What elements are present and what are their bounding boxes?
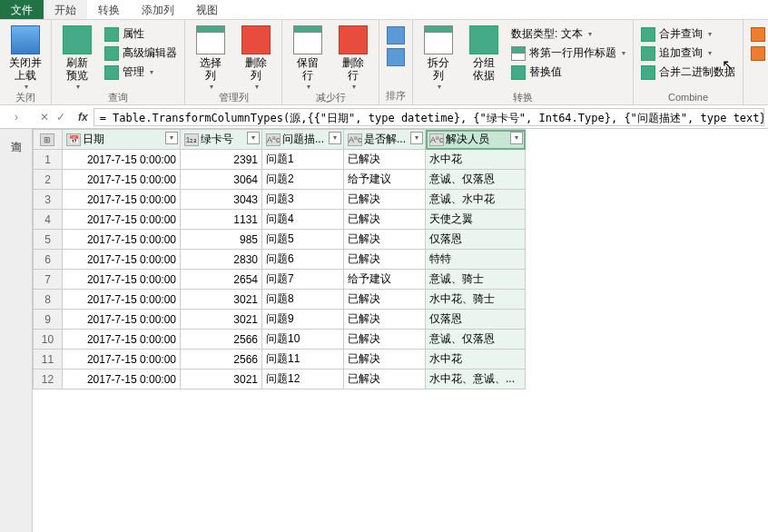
table-row[interactable]: 112017-7-15 0:00:002566问题11已解决水中花 xyxy=(34,350,526,369)
cell-card[interactable]: 985 xyxy=(181,230,262,250)
table-row[interactable]: 122017-7-15 0:00:003021问题12已解决水中花、意诚、... xyxy=(34,369,526,389)
col-filter-solved[interactable]: ▾ xyxy=(410,132,423,144)
col-header-date[interactable]: 📅日期▾ xyxy=(63,130,181,150)
cell-solved[interactable]: 已解决 xyxy=(344,150,426,170)
cell-question[interactable]: 问题12 xyxy=(262,369,344,389)
cell-person[interactable]: 水中花、骑士 xyxy=(426,290,526,310)
cell-person[interactable]: 意诚、水中花 xyxy=(426,190,526,210)
cell-solved[interactable]: 已解决 xyxy=(344,210,426,230)
cell-question[interactable]: 问题6 xyxy=(262,250,344,270)
cell-question[interactable]: 问题10 xyxy=(262,330,344,350)
sort-desc-button[interactable] xyxy=(385,47,407,67)
cell-card[interactable]: 3021 xyxy=(181,310,262,330)
table-row[interactable]: 42017-7-15 0:00:001131问题4已解决天使之翼 xyxy=(34,210,526,230)
cell-person[interactable]: 意诚、骑士 xyxy=(426,270,526,290)
cell-person[interactable]: 意诚、仅落恩 xyxy=(426,330,526,350)
cell-solved[interactable]: 已解决 xyxy=(344,190,426,210)
cell-solved[interactable]: 已解决 xyxy=(344,350,426,369)
cell-person[interactable]: 水中花 xyxy=(426,350,526,369)
cell-date[interactable]: 2017-7-15 0:00:00 xyxy=(63,210,181,230)
col-header-solved[interactable]: Aᴮc是否解...▾ xyxy=(344,130,426,150)
split-col-button[interactable]: 拆分 列 xyxy=(418,25,458,91)
cell-person[interactable]: 水中花 xyxy=(426,150,526,170)
cell-solved[interactable]: 已解决 xyxy=(344,250,426,270)
combine-binary-button[interactable]: 合并二进制数据 xyxy=(639,64,737,81)
cell-card[interactable]: 2830 xyxy=(181,250,262,270)
row-number[interactable]: 6 xyxy=(34,250,63,270)
table-row[interactable]: 12017-7-15 0:00:002391问题1已解决水中花 xyxy=(34,150,526,170)
cell-person[interactable]: 水中花、意诚、... xyxy=(426,369,526,389)
cell-date[interactable]: 2017-7-15 0:00:00 xyxy=(63,310,181,330)
row-number[interactable]: 2 xyxy=(34,170,63,190)
cell-date[interactable]: 2017-7-15 0:00:00 xyxy=(63,230,181,250)
remove-cols-button[interactable]: 删除 列 xyxy=(236,25,276,91)
cell-person[interactable]: 意诚、仅落恩 xyxy=(426,170,526,190)
row-number[interactable]: 7 xyxy=(34,270,63,290)
keep-rows-button[interactable]: 保留 行 xyxy=(288,25,328,91)
tab-view[interactable]: 视图 xyxy=(185,0,229,19)
cell-card[interactable]: 3064 xyxy=(181,170,262,190)
cell-card[interactable]: 2654 xyxy=(181,270,262,290)
row-number[interactable]: 11 xyxy=(34,350,63,369)
close-load-button[interactable]: 关闭并 上载 xyxy=(5,25,45,91)
merge-button[interactable]: 合并查询 xyxy=(639,25,737,43)
cell-solved[interactable]: 给予建议 xyxy=(344,270,426,290)
cell-question[interactable]: 问题3 xyxy=(262,190,344,210)
cell-solved[interactable]: 给予建议 xyxy=(344,170,426,190)
cell-card[interactable]: 1131 xyxy=(181,210,262,230)
data-type-button[interactable]: 数据类型: 文本 xyxy=(509,25,627,43)
cell-person[interactable]: 特特 xyxy=(426,250,526,270)
table-row[interactable]: 32017-7-15 0:00:003043问题3已解决意诚、水中花 xyxy=(34,190,526,210)
table-row[interactable]: 102017-7-15 0:00:002566问题10已解决意诚、仅落恩 xyxy=(34,330,526,350)
recent-source-button[interactable]: 最近使用的 xyxy=(749,44,768,62)
cell-card[interactable]: 2391 xyxy=(181,150,262,170)
cell-solved[interactable]: 已解决 xyxy=(344,369,426,389)
col-filter-q[interactable]: ▾ xyxy=(329,132,341,144)
cell-question[interactable]: 问题7 xyxy=(262,270,344,290)
cell-date[interactable]: 2017-7-15 0:00:00 xyxy=(63,330,181,350)
col-header-person[interactable]: Aᴮc解决人员▾ xyxy=(426,130,526,150)
nav-pane-toggle[interactable]: › xyxy=(0,111,33,123)
manage-button[interactable]: 管理 xyxy=(103,64,179,81)
row-number[interactable]: 5 xyxy=(34,230,63,250)
row-number[interactable]: 3 xyxy=(34,190,63,210)
cell-question[interactable]: 问题11 xyxy=(262,350,344,369)
table-row[interactable]: 72017-7-15 0:00:002654问题7给予建议意诚、骑士 xyxy=(34,270,526,290)
col-filter-card[interactable]: ▾ xyxy=(247,132,260,144)
cell-solved[interactable]: 已解决 xyxy=(344,290,426,310)
table-row[interactable]: 82017-7-15 0:00:003021问题8已解决水中花、骑士 xyxy=(34,290,526,310)
cell-date[interactable]: 2017-7-15 0:00:00 xyxy=(63,270,181,290)
cell-question[interactable]: 问题5 xyxy=(262,230,344,250)
formula-confirm-icon[interactable]: ✓ xyxy=(56,111,65,123)
formula-input[interactable]: = Table.TransformColumnTypes(源,{{"日期", t… xyxy=(94,108,764,126)
cell-solved[interactable]: 已解决 xyxy=(344,330,426,350)
tab-addcol[interactable]: 添加列 xyxy=(131,0,185,19)
cell-question[interactable]: 问题2 xyxy=(262,170,344,190)
cell-date[interactable]: 2017-7-15 0:00:00 xyxy=(63,250,181,270)
properties-button[interactable]: 属性 xyxy=(103,25,179,43)
table-row[interactable]: 92017-7-15 0:00:003021问题9已解决仅落恩 xyxy=(34,310,526,330)
cell-date[interactable]: 2017-7-15 0:00:00 xyxy=(63,290,181,310)
cell-card[interactable]: 2566 xyxy=(181,330,262,350)
cell-solved[interactable]: 已解决 xyxy=(344,230,426,250)
col-header-question[interactable]: Aᴮc问题描...▾ xyxy=(262,130,344,150)
cell-person[interactable]: 天使之翼 xyxy=(426,210,526,230)
append-button[interactable]: 追加查询 xyxy=(639,44,737,62)
cell-person[interactable]: 仅落恩 xyxy=(426,310,526,330)
tab-home[interactable]: 开始 xyxy=(44,0,87,19)
formula-cancel-icon[interactable]: ✕ xyxy=(40,111,49,123)
corner-cell[interactable]: ⊞ xyxy=(34,130,63,150)
cell-date[interactable]: 2017-7-15 0:00:00 xyxy=(63,150,181,170)
cell-card[interactable]: 3043 xyxy=(181,190,262,210)
advanced-editor-button[interactable]: 高级编辑器 xyxy=(103,44,179,62)
row-number[interactable]: 4 xyxy=(34,210,63,230)
refresh-button[interactable]: 刷新 预览 xyxy=(57,25,97,91)
cell-card[interactable]: 3021 xyxy=(181,369,262,389)
cell-question[interactable]: 问题4 xyxy=(262,210,344,230)
row-number[interactable]: 10 xyxy=(34,330,63,350)
cell-solved[interactable]: 已解决 xyxy=(344,310,426,330)
cell-question[interactable]: 问题8 xyxy=(262,290,344,310)
tab-file[interactable]: 文件 xyxy=(0,0,44,19)
col-header-card[interactable]: 1₂₃绿卡号▾ xyxy=(181,130,262,150)
select-cols-button[interactable]: 选择 列 xyxy=(191,25,231,91)
